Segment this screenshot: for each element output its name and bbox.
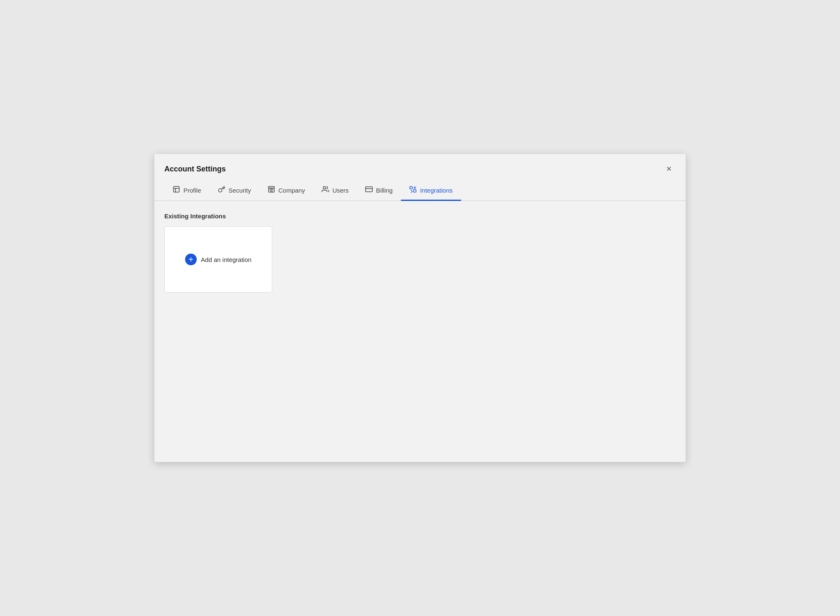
tabs-nav: Profile Security Company (154, 181, 686, 201)
svg-rect-0 (173, 186, 179, 192)
integrations-icon (409, 186, 417, 195)
svg-point-2 (323, 186, 326, 189)
tab-profile[interactable]: Profile (164, 181, 210, 201)
modal-body: Existing Integrations + Add an integrati… (154, 201, 686, 462)
svg-rect-5 (410, 186, 413, 189)
svg-rect-6 (414, 190, 416, 192)
tab-users-label: Users (332, 187, 349, 194)
tab-security[interactable]: Security (210, 181, 259, 201)
tab-integrations[interactable]: Integrations (401, 181, 461, 201)
tab-security-label: Security (229, 187, 251, 194)
company-icon (268, 186, 275, 195)
tab-billing-label: Billing (376, 187, 393, 194)
svg-rect-3 (366, 187, 373, 192)
tab-integrations-label: Integrations (420, 187, 452, 194)
account-settings-modal: Account Settings × Profile Security (154, 154, 686, 462)
modal-title: Account Settings (164, 165, 226, 174)
add-integration-button[interactable]: + Add an integration (185, 254, 252, 265)
tab-company-label: Company (278, 187, 305, 194)
add-integration-card[interactable]: + Add an integration (164, 226, 272, 293)
security-icon (218, 186, 225, 195)
section-title: Existing Integrations (164, 213, 676, 220)
close-button[interactable]: × (662, 162, 676, 176)
add-icon: + (185, 254, 197, 265)
svg-rect-1 (269, 186, 274, 188)
tab-profile-label: Profile (183, 187, 201, 194)
tab-users[interactable]: Users (313, 181, 357, 201)
profile-icon (173, 186, 180, 195)
tab-company[interactable]: Company (259, 181, 313, 201)
tab-billing[interactable]: Billing (357, 181, 401, 201)
users-icon (322, 186, 329, 195)
modal-header: Account Settings × (154, 154, 686, 181)
add-integration-label: Add an integration (201, 256, 252, 263)
close-icon: × (667, 164, 672, 174)
billing-icon (365, 186, 373, 195)
